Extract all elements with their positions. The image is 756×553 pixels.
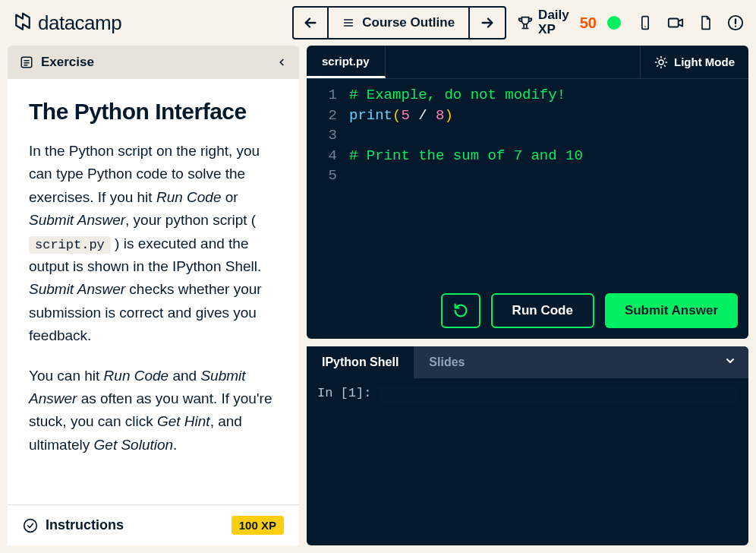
- alert-icon[interactable]: [727, 14, 744, 31]
- chevron-down-icon: [724, 355, 736, 367]
- svg-point-5: [24, 519, 37, 532]
- instructions-label: Instructions: [46, 517, 124, 533]
- exercise-header-label: Exercise: [41, 55, 94, 70]
- exercise-title: The Python Interface: [29, 99, 278, 125]
- xp-badge: 100 XP: [232, 516, 284, 535]
- main: Exercise The Python Interface In the Pyt…: [0, 46, 756, 553]
- svg-rect-2: [669, 19, 679, 27]
- svg-point-1: [644, 26, 646, 27]
- exercise-icon: [20, 55, 33, 69]
- arrow-left-icon: [302, 14, 319, 31]
- chevron-left-icon[interactable]: [276, 57, 287, 68]
- light-mode-label: Light Mode: [674, 55, 735, 68]
- shell-tab-ipython[interactable]: IPython Shell: [307, 346, 414, 378]
- run-code-button[interactable]: Run Code: [491, 293, 594, 328]
- light-mode-toggle[interactable]: Light Mode: [640, 46, 748, 78]
- svg-rect-0: [642, 17, 648, 30]
- brand-name: datacamp: [38, 11, 121, 35]
- daily-xp: Daily XP 50: [517, 8, 621, 36]
- shell: IPython Shell Slides In [1]:: [307, 346, 748, 545]
- course-outline-label: Course Outline: [362, 15, 455, 30]
- logo[interactable]: datacamp: [12, 11, 121, 35]
- mobile-icon[interactable]: [638, 14, 653, 31]
- code-lines: # Example, do not modify! print(5 / 8) #…: [349, 85, 748, 278]
- shell-tabs: IPython Shell Slides: [307, 346, 748, 378]
- editor-tab-script[interactable]: script.py: [307, 46, 386, 78]
- exercise-para-1: In the Python script on the right, you c…: [29, 140, 278, 348]
- editor-actions: Run Code Submit Answer: [307, 284, 748, 339]
- shell-tab-slides[interactable]: Slides: [414, 346, 480, 378]
- arrow-right-icon: [479, 14, 496, 31]
- course-outline-button[interactable]: Course Outline: [329, 8, 470, 38]
- reset-button[interactable]: [441, 293, 480, 328]
- prev-button[interactable]: [294, 8, 329, 38]
- shell-collapse[interactable]: [712, 355, 748, 370]
- daily-xp-value: 50: [580, 14, 597, 32]
- shell-body[interactable]: In [1]:: [307, 378, 748, 410]
- shell-input[interactable]: [379, 386, 738, 403]
- trophy-icon: [517, 14, 534, 31]
- document-icon[interactable]: [698, 14, 713, 31]
- sun-icon: [654, 55, 668, 69]
- daily-xp-label: Daily XP: [538, 8, 569, 36]
- check-circle-icon: [23, 518, 38, 533]
- logo-icon: [12, 12, 33, 33]
- instructions-bar[interactable]: Instructions 100 XP: [8, 504, 299, 545]
- header: datacamp Course Outline Daily XP 50: [0, 0, 756, 46]
- gutter: 1 2 3 4 5: [307, 85, 349, 278]
- course-nav: Course Outline: [292, 6, 506, 40]
- reset-icon: [452, 302, 469, 319]
- exercise-body: The Python Interface In the Python scrip…: [8, 79, 299, 504]
- next-button[interactable]: [470, 8, 505, 38]
- menu-icon: [342, 17, 354, 29]
- status-dot: [607, 16, 621, 30]
- submit-answer-button[interactable]: Submit Answer: [605, 293, 738, 328]
- svg-point-6: [659, 60, 663, 65]
- editor-tabs: script.py Light Mode: [307, 46, 748, 79]
- shell-prompt: In [1]:: [317, 386, 371, 403]
- code-area[interactable]: 1 2 3 4 5 # Example, do not modify! prin…: [307, 79, 748, 284]
- exercise-header[interactable]: Exercise: [8, 46, 299, 79]
- exercise-para-2: You can hit Run Code and Submit Answer a…: [29, 365, 278, 457]
- editor: script.py Light Mode 1 2 3 4 5 # Example…: [307, 46, 748, 339]
- video-icon[interactable]: [666, 14, 685, 31]
- left-panel: Exercise The Python Interface In the Pyt…: [8, 46, 299, 545]
- right-panel: script.py Light Mode 1 2 3 4 5 # Example…: [307, 46, 748, 545]
- header-icons: [638, 14, 744, 31]
